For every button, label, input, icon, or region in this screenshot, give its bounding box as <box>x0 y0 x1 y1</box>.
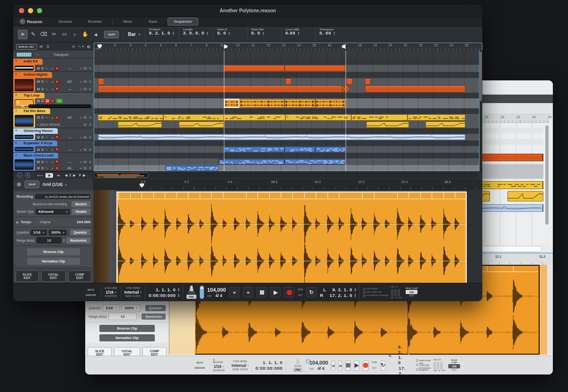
mute-tool-icon[interactable]: ▭ <box>60 30 69 39</box>
nav-arrow-2[interactable]: ↠ <box>54 173 62 178</box>
clip-ynotes[interactable] <box>285 114 351 121</box>
collapse-arrow-icon[interactable]: ▼ <box>15 154 18 157</box>
song-position-bars[interactable]: 1. 1. 1. 0▴▾ <box>156 287 179 292</box>
track-mute-button[interactable]: M <box>37 166 40 170</box>
fat-80s-clip-lane-1[interactable] <box>94 114 479 121</box>
editor-position-marker[interactable] <box>140 183 144 188</box>
clip-orange[interactable] <box>365 78 371 85</box>
loop-right-row[interactable]: R17. 2. 1. 0▴▾ <box>320 293 356 298</box>
lane-delete-button[interactable]: X <box>89 115 92 120</box>
dub-button[interactable]: DUB <box>298 287 303 292</box>
stretch-type-dropdown[interactable]: Allround▾ <box>36 209 70 215</box>
lane-delete-button[interactable]: X <box>89 148 92 152</box>
lane-delete-button[interactable]: X <box>89 87 92 91</box>
speaker-tool-icon[interactable]: ◄ <box>91 30 100 39</box>
collapse-arrow-icon[interactable]: ▼ <box>15 94 18 96</box>
clip-wave[interactable] <box>284 99 315 108</box>
fast-forward-button[interactable]: » <box>338 360 342 371</box>
record-button[interactable] <box>363 360 369 371</box>
clip-bnotes[interactable] <box>284 147 315 152</box>
collapse-arrow-icon[interactable]: ▼ <box>15 129 18 132</box>
lane-mute-button[interactable]: M <box>83 148 87 152</box>
range-ticks-field[interactable]: 16 <box>108 313 137 320</box>
keys-button[interactable]: KEYS <box>195 360 204 365</box>
record-enable-button[interactable] <box>55 135 59 139</box>
song-position-bars[interactable]: 1. 1. 1. 0▴▾ <box>263 360 286 365</box>
track-mute-button[interactable]: M <box>37 115 40 120</box>
field-number[interactable]: 0. 0 <box>217 31 226 35</box>
record-enable-button[interactable] <box>55 166 59 170</box>
lane-mute-button[interactable]: M <box>83 122 87 127</box>
clip-ynotes[interactable] <box>351 114 408 121</box>
normalize-clip-button[interactable]: Normalize Clip <box>99 334 155 341</box>
loop-left-value[interactable]: 9. 2. 1. 0 <box>398 344 406 365</box>
lane-mute-button[interactable]: M <box>83 166 87 170</box>
position-stepper[interactable]: ▴▾ <box>285 366 286 370</box>
fat-80s-clip-lane-2[interactable] <box>94 121 479 128</box>
hand-tool-icon[interactable]: ✋ <box>80 30 90 39</box>
track-mute-button[interactable]: M <box>37 79 40 84</box>
track-solo-button[interactable]: S <box>41 99 44 103</box>
quantize-grid-dropdown[interactable]: 1/16▾ <box>103 305 120 311</box>
input-label[interactable]: IN <box>21 105 25 108</box>
clip-bnotes[interactable] <box>224 147 285 152</box>
rewind-button[interactable]: « <box>331 360 335 371</box>
indie-kit-clip-lane[interactable] <box>94 65 479 72</box>
zoom-in-icon[interactable]: + <box>25 173 30 178</box>
collapse-arrow-icon[interactable]: ▼ <box>15 60 18 62</box>
alt-button[interactable]: ALT <box>373 366 377 371</box>
bar-ruler[interactable]: 1234567891011121314151617181920212223242… <box>94 43 482 51</box>
mute-solo-labels[interactable]: M S <box>40 44 51 49</box>
loop-toggle-button[interactable]: ↻ <box>381 360 386 371</box>
track-name-tab[interactable]: ▼Indie Kit <box>13 59 43 65</box>
editor-snap-button[interactable]: SNAP <box>25 181 39 188</box>
chevron-down-icon[interactable]: ▾ <box>80 80 82 83</box>
groove-button[interactable]: GROOVE <box>193 366 206 370</box>
nav-arrow-1[interactable]: ➤ <box>45 173 53 178</box>
track-row-bass-chord-lead[interactable]: ▼Bass-Chord-LeadMS∿▶—▾MXMS∿▶A1▾MX <box>13 153 94 171</box>
song-position-time-value[interactable]: 0:00:00:000 <box>256 366 283 371</box>
chevron-down-icon[interactable]: ▾ <box>80 166 82 170</box>
clip-ynotes[interactable] <box>163 114 223 121</box>
tap-tempo-button[interactable]: TAP <box>309 368 314 370</box>
track-name-tab[interactable]: ▼Bass-Chord-Lead <box>13 153 58 158</box>
play-button[interactable]: ▶ <box>270 287 281 297</box>
speaker-icon[interactable]: ▸ <box>56 99 62 103</box>
record-enable-button[interactable] <box>55 160 59 164</box>
lane-mute-button[interactable]: M <box>83 87 87 91</box>
loop-left-marker[interactable] <box>224 44 228 49</box>
field-number[interactable]: 0. 00 <box>320 31 331 35</box>
record-target-value[interactable]: — <box>61 87 79 91</box>
top-loop-name-lane[interactable] <box>94 93 479 98</box>
loop-toggle-button[interactable]: ↻ <box>306 287 317 297</box>
tab-sequencer[interactable]: Sequencer <box>168 17 198 26</box>
field-value[interactable]: 9. 2. 1. 0▴▾ <box>149 31 175 35</box>
track-row-transport[interactable]: ∿Transport <box>13 51 94 59</box>
clip-bnotes[interactable] <box>284 159 346 165</box>
play-button[interactable]: ▶ <box>354 360 359 371</box>
rewind-button[interactable]: « <box>229 287 240 297</box>
fat-80s-name-lane[interactable] <box>94 108 479 114</box>
time-signature-value[interactable]: 4/ 4 <box>318 366 324 371</box>
record-target-value[interactable]: — <box>61 66 79 70</box>
record-enable-button[interactable] <box>55 80 59 84</box>
q-record-value-dropdown[interactable]: 1/16▾ <box>214 364 224 369</box>
randomize-button[interactable]: Randomize <box>142 314 166 320</box>
close-editor-icon[interactable]: ⊗ <box>17 181 21 188</box>
collapse-arrow-icon[interactable]: ▼ <box>15 141 18 144</box>
clip-bnotes[interactable] <box>315 147 346 152</box>
bass-chord-clip-lane-2[interactable] <box>94 165 479 171</box>
clip-yramp[interactable] <box>118 122 162 128</box>
record-target-value[interactable]: — <box>61 135 79 139</box>
quantize-grid-dropdown[interactable]: 1/16▾ <box>31 230 47 235</box>
quantize-button[interactable]: Quantize <box>145 305 166 311</box>
range-stepper[interactable]: ▴▾ <box>63 238 65 242</box>
clip-orange[interactable] <box>98 78 104 85</box>
dub-button[interactable]: DUB <box>372 360 377 365</box>
clip-orange[interactable] <box>346 78 353 85</box>
tab-devices[interactable]: Devices <box>53 18 78 25</box>
locator-stepper[interactable]: ▴▾ <box>355 293 356 297</box>
arrange-area[interactable] <box>94 51 479 171</box>
track-name-tab[interactable]: ▼Outrun Nights <box>13 72 52 78</box>
lane-delete-button[interactable]: X <box>89 122 92 127</box>
